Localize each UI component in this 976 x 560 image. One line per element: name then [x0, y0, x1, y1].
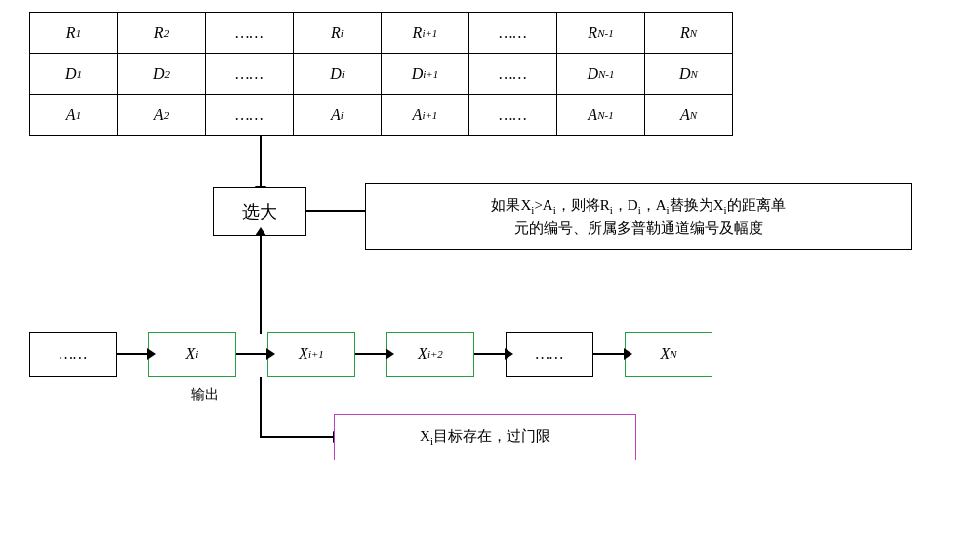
arrow-xi2-dots2	[474, 353, 506, 355]
arrow-xi1-xi2	[355, 353, 386, 355]
cell-a-dots1: ……	[206, 95, 294, 136]
cell-d2: D2	[118, 54, 206, 95]
arrow-xuanda-to-condition	[306, 210, 367, 212]
condition-text: 如果Xi>Ai，则将Ri，Di，Ai替换为Xi的距离单元的编号、所属多普勒通道编…	[491, 194, 785, 240]
arrow-dots1-xi	[117, 353, 148, 355]
table-row-a: A1 A2 …… Ai Ai+1 …… AN-1 AN	[30, 95, 733, 136]
table-row-d: D1 D2 …… Di Di+1 …… DN-1 DN	[30, 54, 733, 95]
xi-cell-dots2: ……	[506, 332, 593, 377]
cell-ri1: Ri+1	[382, 13, 469, 54]
cell-a1: A1	[30, 95, 118, 136]
cell-r2: R2	[118, 13, 206, 54]
output-box: Xi目标存在，过门限	[334, 414, 636, 460]
arrow-dots2-xn	[593, 353, 625, 355]
cell-r-dots1: ……	[206, 13, 294, 54]
xi-cell-xn: XN	[625, 332, 712, 377]
cell-an1: AN-1	[557, 95, 645, 136]
arrow-table-to-xuanda	[260, 135, 262, 187]
output-text: Xi目标存在，过门限	[420, 427, 550, 447]
condition-box: 如果Xi>Ai，则将Ri，Di，Ai替换为Xi的距离单元的编号、所属多普勒通道编…	[365, 183, 912, 250]
cell-dn: DN	[645, 54, 733, 95]
diagram: R1 R2 …… Ri Ri+1 …… RN-1 RN D1 D2 …… Di …	[0, 0, 976, 560]
cell-rn1: RN-1	[557, 13, 645, 54]
cell-ri: Ri	[294, 13, 382, 54]
cell-di: Di	[294, 54, 382, 95]
horiz-line-output	[260, 436, 334, 438]
xi-cell-dots1: ……	[29, 332, 117, 377]
xi-row: …… Xi Xi+1 Xi+2 …… XN	[29, 332, 712, 377]
cell-ai: Ai	[294, 95, 382, 136]
cell-dn1: DN-1	[557, 54, 645, 95]
xi-cell-xi2: Xi+2	[386, 332, 474, 377]
xuanda-label: 选大	[242, 200, 277, 223]
cell-d-dots1: ……	[206, 54, 294, 95]
xi-cell-xi1: Xi+1	[267, 332, 355, 377]
top-table: R1 R2 …… Ri Ri+1 …… RN-1 RN D1 D2 …… Di …	[29, 12, 733, 136]
cell-an: AN	[645, 95, 733, 136]
cell-r1: R1	[30, 13, 118, 54]
cell-di1: Di+1	[382, 54, 469, 95]
arrow-xi-xi1	[236, 353, 267, 355]
cell-r-dots2: ……	[469, 13, 557, 54]
vert-line-xi-to-xuanda	[260, 236, 262, 334]
cell-d1: D1	[30, 54, 118, 95]
cell-a2: A2	[118, 95, 206, 136]
cell-ai1: Ai+1	[382, 95, 469, 136]
cell-d-dots2: ……	[469, 54, 557, 95]
cell-a-dots2: ……	[469, 95, 557, 136]
cell-rn: RN	[645, 13, 733, 54]
table-row-r: R1 R2 …… Ri Ri+1 …… RN-1 RN	[30, 13, 733, 54]
xi-cell-xi: Xi	[148, 332, 236, 377]
shuchu-label: 输出	[191, 386, 219, 404]
vert-line-xi-to-output	[260, 377, 262, 437]
